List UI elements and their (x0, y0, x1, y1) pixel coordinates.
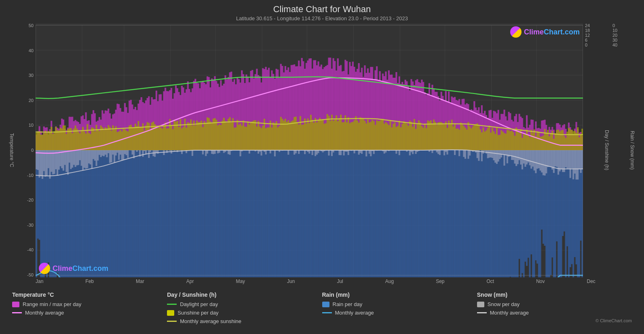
x-axis-label: Apr (186, 279, 194, 284)
y-right-tick2: 10 (612, 28, 627, 33)
x-axis-label: Sep (436, 279, 444, 284)
legend-line-snow-avg (477, 312, 487, 313)
chart-subtitle: Latitude 30.615 - Longitude 114.276 - El… (8, 15, 636, 21)
logo-text-top: ClimeChart.com (524, 28, 580, 36)
legend-label-snow: Snow per day (488, 301, 520, 307)
chart-header: Climate Chart for Wuhan Latitude 30.615 … (8, 4, 636, 21)
y-left-tick: -20 (15, 198, 34, 202)
y-right-tick1: 12 (585, 33, 599, 38)
chart-inner: ClimeChart.com ClimeChart.com (36, 23, 583, 277)
legend-item-rain-avg: Monthly average (322, 310, 477, 316)
logo-icon-top (510, 26, 522, 38)
legend-item-temp-avg: Monthly average (12, 310, 167, 316)
legend-item-temp-range: Range min / max per day (12, 301, 167, 307)
y-right-tick1: 24 (585, 23, 599, 28)
main-container: Climate Chart for Wuhan Latitude 30.615 … (0, 0, 644, 334)
x-axis-label: Nov (536, 279, 545, 284)
legend-title-temp: Temperature °C (12, 291, 167, 298)
legend-swatch-temp-range (12, 302, 19, 307)
legend-item-sunshine-avg: Monthly average sunshine (167, 318, 322, 324)
x-axis-labels: JanFebMarAprMayJunJulAugSepOctNovDec (36, 279, 595, 284)
x-axis-label: Jun (287, 279, 295, 284)
legend-label-rain: Rain per day (333, 301, 363, 307)
y-right-sunshine: 24181260 (583, 23, 603, 277)
legend-col-sunshine: Day / Sunshine (h) Daylight per day Suns… (167, 291, 322, 327)
legend-col-rain: Rain (mm) Rain per day Monthly average (322, 291, 477, 327)
y-axes-left: Temperature °C 50403020100-10-20-30-40-5… (8, 23, 36, 277)
y-left-ticks: 50403020100-10-20-30-40-50 (15, 23, 36, 277)
y-left-tick: -30 (15, 223, 34, 228)
y-left-tick: 20 (15, 98, 34, 103)
legend-item-snow: Snow per day (477, 301, 632, 307)
x-axis-label: Aug (385, 279, 394, 284)
legend-label-temp-range: Range min / max per day (23, 301, 81, 307)
legend-label-sunshine-avg: Monthly average sunshine (180, 318, 241, 324)
legend-item-sunshine: Sunshine per day (167, 310, 322, 316)
y-right-tick1: 0 (585, 43, 599, 47)
y-left-tick: 50 (15, 23, 34, 28)
legend-line-daylight (167, 304, 177, 305)
x-axis-label: May (236, 279, 245, 284)
legend-line-sunshine-avg (167, 321, 177, 322)
watermark-top-right: ClimeChart.com (510, 26, 580, 38)
legend-line-rain-avg (322, 312, 332, 313)
logo-text-bottom: ClimeChart.com (53, 264, 108, 273)
x-axis-label: Dec (587, 279, 595, 284)
y-right-tick2: 40 (612, 43, 627, 47)
legend-label-daylight: Daylight per day (180, 301, 218, 307)
chart-title: Climate Chart for Wuhan (8, 4, 636, 15)
legend-col-temperature: Temperature °C Range min / max per day M… (12, 291, 167, 327)
y-right-tick2: 30 (612, 38, 627, 43)
y-right-label1: Day / Sunshine (h) (603, 23, 610, 277)
legend-swatch-sunshine (167, 310, 174, 316)
y-right-tick2: 20 (612, 33, 627, 38)
legend-title-rain: Rain (mm) (322, 291, 477, 298)
legend-col-snow: Snow (mm) Snow per day Monthly average ©… (477, 291, 632, 327)
y-right-tick2: 0 (612, 23, 627, 28)
y-left-tick: 40 (15, 48, 34, 53)
y-left-tick: 30 (15, 73, 34, 78)
x-axis-label: Mar (136, 279, 144, 284)
x-axis-label: Feb (85, 279, 94, 284)
legend-label-sunshine: Sunshine per day (177, 310, 218, 316)
y-right-axes: 24181260 Day / Sunshine (h) 010203040 Ra… (583, 23, 636, 277)
legend-title-sunshine: Day / Sunshine (h) (167, 291, 322, 298)
main-chart-canvas (36, 23, 583, 277)
legend-label-snow-avg: Monthly average (490, 310, 529, 316)
legend-item-daylight: Daylight per day (167, 301, 322, 307)
y-left-tick: 10 (15, 123, 34, 128)
y-right-tick1: 18 (585, 28, 599, 33)
legend-line-temp-avg (12, 312, 22, 313)
legend-swatch-snow (477, 302, 484, 307)
x-axis-label: Jan (36, 279, 43, 284)
watermark-bottom-left: ClimeChart.com (39, 263, 108, 274)
logo-icon-bottom (39, 263, 50, 274)
x-axis-label: Jul (337, 279, 343, 284)
legend-area: Temperature °C Range min / max per day M… (8, 288, 636, 330)
y-left-tick: -50 (15, 272, 34, 277)
legend-label-rain-avg: Monthly average (335, 310, 374, 316)
y-left-label: Temperature °C (8, 23, 15, 277)
x-axis-label: Oct (487, 279, 494, 284)
legend-item-snow-avg: Monthly average (477, 310, 632, 316)
legend-label-temp-avg: Monthly average (25, 310, 64, 316)
legend-swatch-rain (322, 302, 329, 307)
legend-title-snow: Snow (mm) (477, 291, 632, 298)
y-left-tick: -10 (15, 173, 34, 178)
y-left-tick: -40 (15, 247, 34, 252)
chart-area: Temperature °C 50403020100-10-20-30-40-5… (8, 23, 636, 277)
x-axis-area: JanFebMarAprMayJunJulAugSepOctNovDec (36, 277, 595, 284)
y-left-tick: 0 (15, 148, 34, 153)
y-right-ticks2: 010203040 (610, 23, 627, 47)
y-right-rain: 010203040 (610, 23, 629, 277)
y-right-label2: Rain / Snow (mm) (629, 23, 636, 277)
y-right-ticks1: 24181260 (583, 23, 599, 47)
copyright: © ClimeChart.com (477, 318, 632, 323)
y-right-tick1: 6 (585, 38, 599, 43)
legend-item-rain: Rain per day (322, 301, 477, 307)
